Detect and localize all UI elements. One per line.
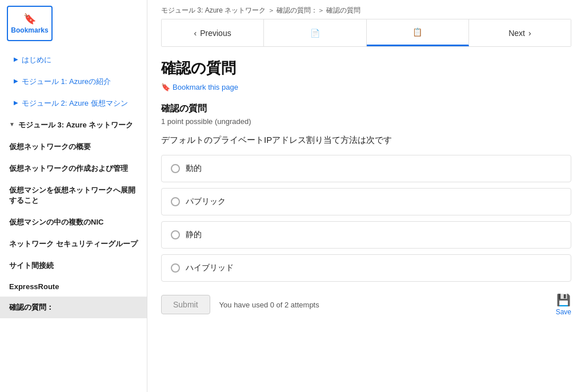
chevron-down-icon: ▼ xyxy=(9,121,15,127)
radio-circle-1 xyxy=(171,164,180,173)
sidebar-item-label: 仮想ネットワークの作成および管理 xyxy=(9,163,128,174)
next-label: Next xyxy=(508,29,525,38)
attempts-text: You have used 0 of 2 attempts xyxy=(219,301,319,309)
tab-1-button[interactable]: 📄 xyxy=(264,19,366,46)
sidebar-item-label: モジュール 2: Azure 仮想マシン xyxy=(22,98,128,109)
radio-circle-2 xyxy=(171,197,180,206)
chevron-right-icon: ▶ xyxy=(14,56,18,62)
sidebar-item-module2[interactable]: ▶ モジュール 2: Azure 仮想マシン xyxy=(0,93,147,114)
previous-label: Previous xyxy=(200,29,231,38)
save-icon: 💾 xyxy=(556,293,571,307)
checklist-icon: 📋 xyxy=(412,27,422,37)
bookmark-link-label: Bookmark this page xyxy=(173,83,238,91)
sidebar-item-sub4[interactable]: 仮想マシンの中の複数のNIC xyxy=(0,211,147,233)
sidebar-navigation: ▶ はじめに ▶ モジュール 1: Azureの紹介 ▶ モジュール 2: Az… xyxy=(0,47,147,321)
save-label: Save xyxy=(556,308,571,316)
navigation-bar: ‹ Previous 📄 📋 Next › xyxy=(161,19,571,47)
bookmark-icon: 🔖 xyxy=(161,83,170,91)
option-1-label: 動的 xyxy=(186,163,202,174)
sidebar-item-label: 仮想マシンの中の複数のNIC xyxy=(9,217,103,227)
sidebar-item-sub7[interactable]: ExpressRoute xyxy=(0,277,147,297)
sidebar-item-label: ネットワーク セキュリティーグループ xyxy=(9,239,138,249)
question-text: デフォルトのプライベートIPアドレス割り当て方法は次です xyxy=(161,135,571,146)
option-4-label: ハイブリッド xyxy=(186,263,234,273)
content-area: 確認の質問 🔖 Bookmark this page 確認の質問 1 point… xyxy=(147,47,585,392)
option-3[interactable]: 静的 xyxy=(161,221,571,249)
sidebar-item-sub8[interactable]: 確認の質問： xyxy=(0,297,147,318)
previous-button[interactable]: ‹ Previous xyxy=(162,19,264,46)
bookmark-icon: 🔖 xyxy=(23,13,36,25)
sidebar-item-module1[interactable]: ▶ モジュール 1: Azureの紹介 xyxy=(0,71,147,93)
sidebar-item-label: はじめに xyxy=(22,55,51,65)
save-button[interactable]: 💾 Save xyxy=(556,293,571,316)
sidebar: 🔖 Bookmarks ▶ はじめに ▶ モジュール 1: Azureの紹介 ▶… xyxy=(0,0,147,392)
chevron-right-icon: ▶ xyxy=(14,78,18,84)
sidebar-item-label: モジュール 3: Azure ネットワーク xyxy=(18,120,134,130)
option-1[interactable]: 動的 xyxy=(161,155,571,182)
option-2[interactable]: パブリック xyxy=(161,188,571,215)
radio-circle-4 xyxy=(171,263,180,273)
page-title: 確認の質問 xyxy=(161,58,571,78)
submit-button[interactable]: Submit xyxy=(161,295,210,314)
sidebar-item-sub3[interactable]: 仮想マシンを仮想ネットワークへ展開すること xyxy=(0,179,147,211)
submit-row: Submit You have used 0 of 2 attempts 💾 S… xyxy=(161,293,571,316)
section-subtitle: 1 point possible (ungraded) xyxy=(161,117,571,126)
sidebar-item-sub6[interactable]: サイト間接続 xyxy=(0,255,147,277)
sidebar-item-label: 仮想マシンを仮想ネットワークへ展開すること xyxy=(9,185,138,206)
chevron-left-icon: ‹ xyxy=(194,29,197,38)
section-title: 確認の質問 xyxy=(161,103,571,115)
radio-circle-3 xyxy=(171,230,180,239)
breadcrumb: モジュール 3: Azure ネットワーク ＞ 確認の質問：＞ 確認の質問 xyxy=(147,0,585,19)
option-3-label: 静的 xyxy=(186,230,202,240)
bookmark-this-page-link[interactable]: 🔖 Bookmark this page xyxy=(161,83,571,91)
sidebar-item-label: 確認の質問： xyxy=(9,302,54,313)
document-icon: 📄 xyxy=(310,29,320,38)
option-2-label: パブリック xyxy=(186,197,226,207)
sidebar-item-module3[interactable]: ▼ モジュール 3: Azure ネットワーク xyxy=(0,114,147,136)
option-4[interactable]: ハイブリッド xyxy=(161,254,571,282)
sidebar-item-label: 仮想ネットワークの概要 xyxy=(9,142,91,152)
bookmarks-button[interactable]: 🔖 Bookmarks xyxy=(7,6,53,41)
chevron-right-icon: ▶ xyxy=(14,99,18,106)
main-content: モジュール 3: Azure ネットワーク ＞ 確認の質問：＞ 確認の質問 ‹ … xyxy=(147,0,585,392)
chevron-right-icon: › xyxy=(528,29,531,38)
sidebar-item-label: モジュール 1: Azureの紹介 xyxy=(22,77,111,87)
sidebar-item-label: ExpressRoute xyxy=(9,282,59,291)
next-button[interactable]: Next › xyxy=(469,19,571,46)
sidebar-item-label: サイト間接続 xyxy=(9,261,54,271)
sidebar-item-hajimeni[interactable]: ▶ はじめに xyxy=(0,49,147,71)
bookmarks-label: Bookmarks xyxy=(11,26,48,34)
sidebar-item-sub2[interactable]: 仮想ネットワークの作成および管理 xyxy=(0,158,147,179)
sidebar-item-sub1[interactable]: 仮想ネットワークの概要 xyxy=(0,136,147,158)
tab-2-button[interactable]: 📋 xyxy=(367,19,469,46)
sidebar-item-sub5[interactable]: ネットワーク セキュリティーグループ xyxy=(0,233,147,255)
